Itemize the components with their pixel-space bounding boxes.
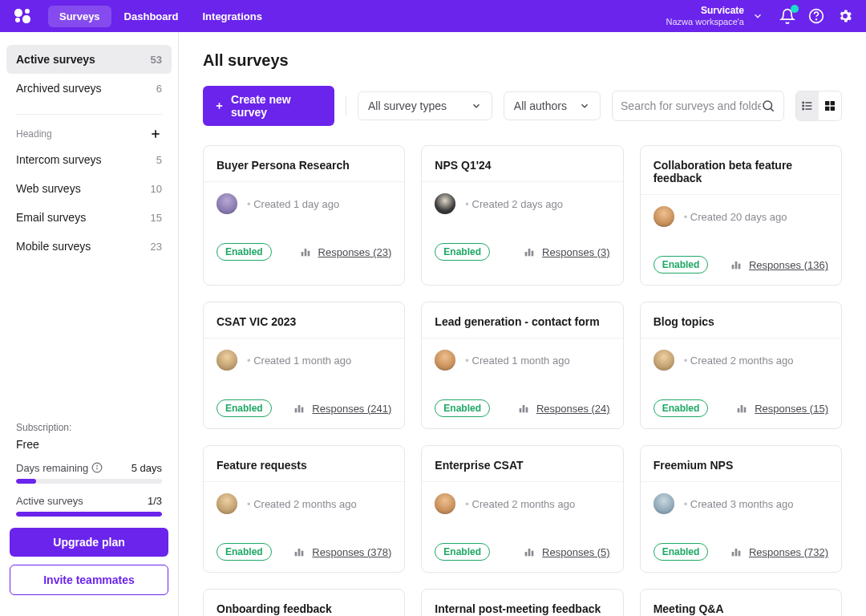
sidebar-item-archived-surveys[interactable]: Archived surveys6 [6, 74, 172, 103]
responses-label: Responses (378) [312, 546, 391, 558]
survey-card[interactable]: NPS Q1'24Created 2 days agoEnabledRespon… [421, 145, 623, 286]
nav-surveys[interactable]: Surveys [48, 6, 111, 27]
survey-card-title: Collaboration beta feature feedback [654, 159, 828, 184]
days-remaining-value: 5 days [132, 462, 162, 474]
topbar: SurveysDashboardIntegrations Survicate N… [0, 0, 866, 32]
svg-rect-33 [520, 408, 522, 412]
brand-logo[interactable] [13, 6, 32, 26]
card-divider [641, 481, 841, 482]
survey-card[interactable]: Feature requestsCreated 2 months agoEnab… [203, 445, 405, 573]
svg-rect-35 [526, 407, 528, 413]
nav-dashboard[interactable]: Dashboard [113, 6, 190, 27]
survey-created-label: Created 2 days ago [465, 198, 563, 210]
chevron-down-icon [579, 100, 590, 111]
sidebar-item-count: 53 [151, 54, 162, 66]
survey-card-title: Internal post-meeting feedback [435, 602, 609, 615]
responses-link[interactable]: Responses (732) [730, 545, 828, 558]
sidebar-item-count: 6 [156, 83, 162, 95]
sidebar-folder-mobile-surveys[interactable]: Mobile surveys23 [6, 232, 172, 261]
workspace-switcher[interactable]: Survicate Nazwa workspace'a [666, 5, 763, 27]
survey-card[interactable]: CSAT VIC 2023Created 1 month agoEnabledR… [203, 302, 405, 429]
survey-created-label: Created 2 months ago [465, 498, 575, 510]
info-icon[interactable] [91, 462, 103, 473]
bar-chart-icon [523, 545, 536, 558]
survey-card[interactable]: Onboarding feedbackCreated 4 months agoE… [203, 589, 405, 616]
list-view-button[interactable] [796, 91, 819, 120]
notifications-icon[interactable] [779, 8, 795, 24]
survey-card[interactable]: Freemium NPSCreated 3 months agoEnabledR… [640, 445, 842, 573]
add-folder-button[interactable] [149, 128, 162, 140]
svg-rect-21 [301, 252, 303, 256]
svg-rect-30 [295, 408, 297, 412]
survey-card[interactable]: Blog topicsCreated 2 months agoEnabledRe… [640, 302, 842, 429]
view-toggle [795, 91, 842, 121]
survey-card[interactable]: Enterprise CSATCreated 2 months agoEnabl… [421, 445, 623, 573]
sidebar-folder-email-surveys[interactable]: Email surveys15 [6, 203, 172, 232]
svg-rect-28 [735, 261, 738, 269]
nav-integrations[interactable]: Integrations [192, 6, 273, 27]
status-badge: Enabled [435, 543, 490, 561]
bar-chart-icon [735, 402, 748, 415]
author-filter[interactable]: All authors [504, 91, 601, 120]
responses-link[interactable]: Responses (136) [730, 258, 828, 271]
svg-rect-32 [301, 407, 304, 413]
upgrade-plan-button[interactable]: Upgrade plan [10, 528, 168, 557]
svg-rect-20 [831, 107, 835, 111]
responses-link[interactable]: Responses (5) [523, 545, 610, 558]
author-avatar [216, 493, 237, 514]
status-badge: Enabled [435, 243, 490, 261]
sidebar-folder-intercom-surveys[interactable]: Intercom surveys5 [6, 145, 172, 174]
svg-point-1 [816, 19, 817, 20]
responses-link[interactable]: Responses (23) [299, 245, 392, 258]
author-avatar [435, 350, 455, 371]
survey-card[interactable]: Meeting Q&ACreated 5 months agoEnabled [640, 589, 842, 616]
responses-link[interactable]: Responses (15) [735, 402, 828, 415]
search-input[interactable] [621, 99, 761, 112]
svg-rect-25 [528, 249, 531, 256]
sidebar-item-count: 5 [156, 154, 162, 166]
svg-point-9 [763, 101, 772, 110]
search-field[interactable] [612, 91, 784, 121]
page-title: All surveys [203, 51, 842, 70]
svg-rect-29 [739, 264, 741, 270]
bar-chart-icon [730, 545, 743, 558]
grid-view-button[interactable] [819, 91, 841, 120]
svg-rect-18 [831, 101, 835, 105]
card-divider [204, 481, 404, 482]
svg-rect-39 [295, 552, 297, 556]
create-survey-button[interactable]: Create new survey [203, 86, 334, 126]
survey-card-title: Lead generation - contact form [435, 315, 609, 328]
svg-rect-17 [825, 101, 829, 105]
survey-card[interactable]: Buyer Persona ResearchCreated 1 day agoE… [203, 145, 405, 286]
svg-rect-45 [732, 552, 734, 556]
help-icon[interactable] [808, 8, 824, 24]
status-badge: Enabled [216, 243, 272, 261]
survey-card[interactable]: Internal post-meeting feedbackCreated 4 … [421, 589, 623, 616]
responses-link[interactable]: Responses (378) [293, 545, 391, 558]
author-avatar [435, 193, 455, 214]
responses-link[interactable]: Responses (241) [293, 402, 391, 415]
survey-type-filter[interactable]: All survey types [358, 91, 492, 120]
workspace-subtitle: Nazwa workspace'a [666, 17, 744, 27]
invite-teammates-button[interactable]: Invite teammates [10, 565, 168, 595]
sidebar-item-label: Web surveys [16, 182, 81, 195]
responses-label: Responses (732) [749, 546, 828, 558]
responses-link[interactable]: Responses (24) [517, 402, 610, 415]
svg-rect-22 [304, 249, 306, 256]
svg-rect-46 [735, 549, 738, 556]
survey-card[interactable]: Lead generation - contact formCreated 1 … [421, 302, 623, 429]
search-icon [761, 99, 775, 113]
workspace-title: Survicate [666, 5, 744, 16]
survey-card[interactable]: Collaboration beta feature feedbackCreat… [640, 145, 842, 286]
sidebar-item-active-surveys[interactable]: Active surveys53 [6, 45, 172, 74]
settings-icon[interactable] [837, 8, 853, 24]
sidebar-item-label: Email surveys [16, 211, 86, 224]
sidebar-folder-web-surveys[interactable]: Web surveys10 [6, 174, 172, 203]
sidebar-item-label: Mobile surveys [16, 240, 91, 253]
card-divider [422, 181, 622, 182]
svg-point-15 [803, 105, 804, 107]
bar-chart-icon [523, 245, 536, 258]
status-badge: Enabled [216, 399, 272, 417]
responses-link[interactable]: Responses (3) [523, 245, 610, 258]
svg-rect-19 [825, 107, 829, 111]
